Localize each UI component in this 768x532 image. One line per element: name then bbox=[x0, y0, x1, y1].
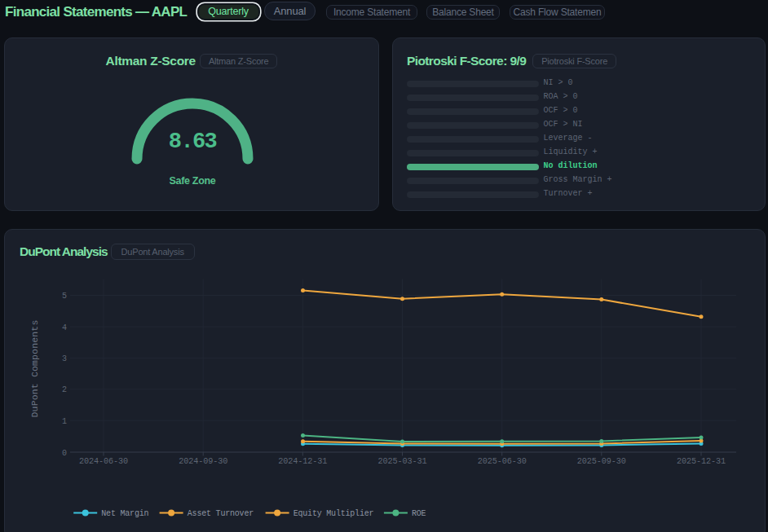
svg-text:0: 0 bbox=[62, 449, 67, 458]
svg-text:ROE: ROE bbox=[412, 509, 426, 518]
svg-text:2: 2 bbox=[62, 385, 67, 394]
svg-text:2025-06-30: 2025-06-30 bbox=[478, 457, 527, 466]
svg-text:1: 1 bbox=[62, 417, 67, 426]
svg-text:Net Margin: Net Margin bbox=[101, 509, 148, 518]
svg-text:2025-12-31: 2025-12-31 bbox=[677, 457, 726, 466]
svg-text:2025-09-30: 2025-09-30 bbox=[577, 457, 626, 466]
svg-text:2024-06-30: 2024-06-30 bbox=[79, 457, 128, 466]
svg-text:2024-12-31: 2024-12-31 bbox=[278, 457, 327, 466]
svg-text:5: 5 bbox=[62, 292, 67, 301]
svg-text:4: 4 bbox=[62, 323, 67, 332]
svg-text:2024-09-30: 2024-09-30 bbox=[179, 457, 227, 466]
svg-text:3: 3 bbox=[62, 354, 67, 363]
svg-text:Asset Turnover: Asset Turnover bbox=[188, 509, 254, 518]
svg-text:2025-03-31: 2025-03-31 bbox=[377, 457, 426, 466]
svg-text:DuPont Components: DuPont Components bbox=[29, 320, 40, 418]
svg-text:Equity Multiplier: Equity Multiplier bbox=[294, 509, 374, 518]
